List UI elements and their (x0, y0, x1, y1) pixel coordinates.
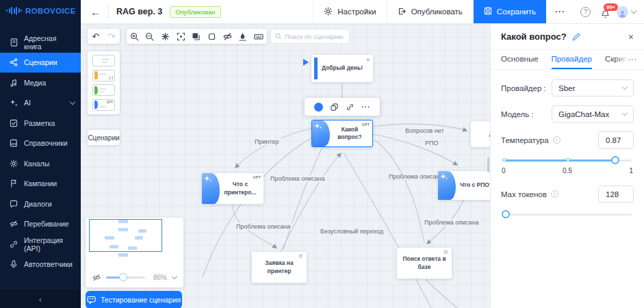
node-printer-request[interactable]: ⚙ Заявка на принтер (252, 252, 307, 283)
gear-icon (324, 7, 333, 17)
edge-label[interactable]: Проблема описана (235, 223, 292, 230)
node-goodbye-partial[interactable]: Д (471, 121, 490, 147)
temperature-label: Температура (501, 136, 549, 144)
sidebar-item-autoresponders[interactable]: Автоответчики (0, 255, 81, 275)
node-label: Какой вопрос? (327, 126, 372, 142)
sidebar-item-label: Кампании (24, 179, 57, 188)
start-play-icon (303, 59, 309, 66)
scenario-title: RAG вер. 3 (116, 7, 162, 16)
sidebar-item-integration-api[interactable]: Интеграция (API) (0, 234, 81, 255)
logo: ROBOVOICE (0, 0, 81, 21)
max-tokens-slider[interactable] (503, 209, 632, 219)
notifications-button[interactable]: 99+ (601, 3, 610, 21)
settings-button[interactable]: Настройки (313, 0, 386, 23)
logo-text: ROBOVOICE (25, 7, 76, 15)
chat-bubble-icon (9, 199, 18, 208)
gear-icon (9, 159, 18, 168)
node-color-button[interactable] (314, 103, 323, 112)
test-scenario-label: Тестирование сценария (101, 296, 181, 304)
panel-title: Какой вопрос? (501, 31, 567, 42)
sidebar-item-scenarios[interactable]: Сценарии (0, 53, 81, 73)
temperature-input[interactable] (598, 131, 634, 149)
sidebar-item-campaigns[interactable]: Кампании (0, 174, 81, 194)
sidebar-item-media[interactable]: Медиа (0, 73, 81, 93)
node-question-selected[interactable]: GPT Какой вопрос? (311, 120, 373, 147)
model-select[interactable]: GigaChat-Max (552, 105, 634, 123)
publish-button[interactable]: Опубликовать (387, 0, 473, 23)
share-icon (9, 58, 18, 67)
gear-icon[interactable]: ⚙ (298, 253, 303, 261)
header-more-button[interactable]: ··· (546, 7, 574, 16)
sidebar-item-directories[interactable]: Справочники (0, 133, 81, 154)
sidebar-item-address-book[interactable]: Адресная книга (0, 32, 81, 53)
microphone-icon (9, 260, 18, 269)
waveform-logo-icon (6, 7, 22, 15)
sidebar-item-channels[interactable]: Каналы (0, 153, 81, 174)
settings-label: Настройки (337, 8, 376, 16)
model-value: GigaChat-Max (558, 110, 609, 118)
edge-label[interactable]: Принтер (253, 138, 281, 145)
close-panel-icon[interactable]: × (628, 32, 634, 42)
node-base-search[interactable]: ⚙ Поиск ответа в базе (397, 248, 452, 279)
header: ← RAG вер. 3 Опубликован Настройки Опубл… (81, 0, 644, 24)
mark-1: 1 (629, 167, 633, 175)
collapse-badge[interactable]: » (366, 55, 370, 64)
chevron-down-icon (70, 99, 75, 105)
edge-label[interactable]: Вопросов нет (404, 127, 446, 134)
sidebar-collapse-button[interactable]: ‹ (0, 290, 81, 308)
publish-label: Опубликовать (411, 8, 463, 16)
duplicate-icon[interactable] (331, 103, 338, 111)
max-tokens-slider-handle[interactable] (502, 210, 510, 218)
link-icon[interactable] (346, 103, 354, 111)
sidebar-item-ai[interactable]: AI (0, 93, 81, 114)
sidebar-item-interruption[interactable]: Перебивание (0, 214, 81, 235)
tabs-more-button[interactable]: ··· (616, 50, 644, 69)
provider-select[interactable]: Sber (552, 79, 634, 97)
node-label: Поиск ответа в базе (397, 255, 452, 271)
edge-label[interactable]: Проблема описана (423, 219, 480, 226)
node-settings-panel: Какой вопрос? × Основные Провайдер Скрип… (490, 24, 644, 308)
sidebar-item-dialogs[interactable]: Диалоги (0, 194, 81, 214)
temperature-slider[interactable] (503, 155, 632, 165)
edge-label[interactable]: Безусловный переход (319, 228, 385, 235)
edge-label[interactable]: Проблема описана (269, 175, 326, 182)
flow-canvas[interactable]: Принтер Вопросов нет РПО Проблема описан… (81, 24, 490, 308)
node-rpo-question[interactable]: Что с РПО? (438, 171, 490, 200)
node-label: Добрый день! (322, 64, 363, 72)
book-icon (9, 139, 18, 148)
avatar[interactable] (617, 6, 628, 18)
sidebar-item-label: Каналы (24, 159, 49, 168)
temperature-slider-marks: 0 0.5 1 (502, 167, 633, 175)
tab-basics[interactable]: Основные (501, 50, 539, 69)
node-more-button[interactable]: ··· (361, 103, 370, 111)
save-button[interactable]: Сохранить (473, 0, 546, 23)
node-greeting[interactable]: » Добрый день! (311, 55, 373, 82)
help-icon[interactable]: ? (580, 7, 591, 17)
edge-label[interactable]: Проблема описана (387, 173, 445, 180)
interrupt-icon (9, 220, 18, 229)
sidebar-item-label: Справочники (24, 139, 68, 147)
divider (108, 5, 109, 18)
edit-title-icon[interactable] (572, 33, 580, 41)
temperature-slider-handle[interactable] (611, 156, 619, 164)
canvas-scrollbar[interactable] (487, 157, 489, 172)
back-arrow-icon[interactable]: ← (90, 7, 101, 17)
tab-provider[interactable]: Провайдер (552, 50, 592, 69)
node-printer-question[interactable]: GPT Что с принтеро... (202, 173, 263, 204)
test-scenario-button[interactable]: Тестирование сценария (86, 291, 182, 308)
sidebar-item-label: Перебивание (24, 220, 69, 228)
chevron-down-icon[interactable] (631, 8, 636, 14)
sidebar: ROBOVOICE Адресная книга Сценарии Медиа … (0, 0, 81, 308)
sidebar-nav: Адресная книга Сценарии Медиа AI Разметк… (0, 32, 81, 274)
link-icon (9, 240, 18, 248)
published-badge: Опубликован (170, 6, 220, 18)
sidebar-item-label: AI (24, 99, 31, 107)
mark-05: 0.5 (563, 167, 572, 175)
gear-icon[interactable]: ⚙ (443, 249, 448, 257)
edge-label[interactable]: РПО (424, 140, 439, 146)
sidebar-item-label: Медиа (24, 79, 46, 87)
max-tokens-input[interactable] (598, 185, 634, 203)
node-label: Заявка на принтер (252, 259, 307, 275)
sidebar-item-markup[interactable]: Разметка (0, 113, 81, 133)
gpt-tag: GPT (362, 123, 370, 127)
